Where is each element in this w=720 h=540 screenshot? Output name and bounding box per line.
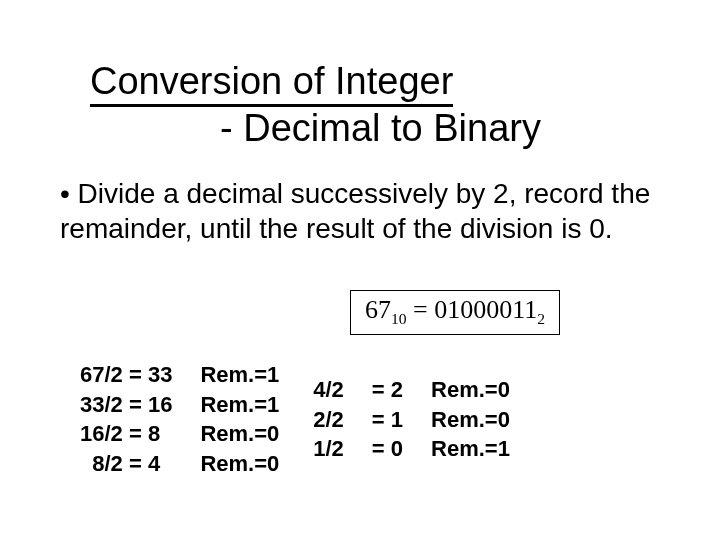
col-div-2: 4/2 2/2 1/2 — [313, 375, 344, 464]
title-sub: - Decimal to Binary — [220, 107, 541, 149]
slide-title: Conversion of Integer - Decimal to Binar… — [90, 60, 660, 150]
calc-columns: 67/2 = 33 33/2 = 16 16/2 = 8 8/2 = 4 Rem… — [80, 360, 510, 479]
bullet-text: • Divide a decimal successively by 2, re… — [60, 176, 660, 246]
title-main: Conversion of Integer — [90, 60, 453, 107]
eq-rhs-sub: 2 — [537, 310, 545, 327]
eq-lhs-base: 67 — [365, 295, 391, 324]
col-rem-1: Rem.=1 Rem.=1 Rem.=0 Rem.=0 — [200, 360, 279, 479]
col-res-2: = 2 = 1 = 0 — [372, 375, 403, 464]
eq-lhs-sub: 10 — [391, 310, 407, 327]
eq-sign: = — [407, 295, 435, 324]
equation-box: 6710 = 010000112 — [350, 290, 560, 335]
col-div-1: 67/2 = 33 33/2 = 16 16/2 = 8 8/2 = 4 — [80, 360, 172, 479]
col-group-2: 4/2 2/2 1/2 = 2 = 1 = 0 Rem.=0 Rem.=0 Re… — [313, 375, 510, 464]
eq-rhs-base: 01000011 — [434, 295, 537, 324]
slide: Conversion of Integer - Decimal to Binar… — [0, 0, 720, 540]
col-rem-2: Rem.=0 Rem.=0 Rem.=1 — [431, 375, 510, 464]
